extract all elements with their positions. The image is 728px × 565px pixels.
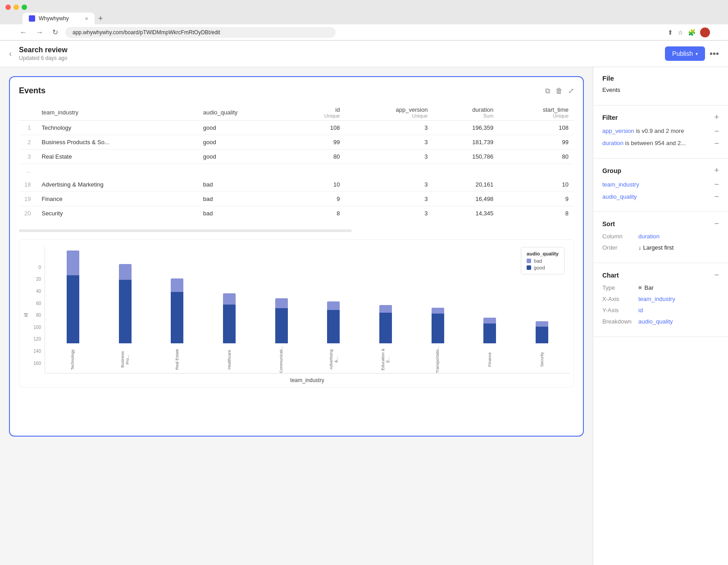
filter-remove-duration[interactable]: − — [714, 139, 719, 148]
tab-bar: Whywhywhy ✕ + — [0, 13, 728, 24]
cell-duration: 196,359 — [433, 121, 499, 135]
bar-good — [67, 275, 79, 343]
bar-stack — [275, 298, 288, 343]
sort-column-label: Column — [602, 233, 638, 240]
bar-x-label: Business Pro... — [120, 346, 130, 373]
app-header: ‹ Search review Updated 6 days ago Publi… — [0, 41, 728, 67]
panel-section-file: File Events — [593, 67, 728, 105]
cell-team-industry: Technology — [36, 121, 197, 135]
bar-good — [327, 310, 340, 343]
refresh-button[interactable]: ↻ — [50, 26, 60, 38]
extension-button[interactable]: 🧩 — [688, 29, 696, 36]
chart-type-value[interactable]: Bar — [645, 284, 654, 291]
maximize-btn[interactable] — [22, 5, 27, 10]
chart-breakdown-row: Breakdown audio_quality — [602, 318, 719, 325]
panel-section-filter: Filter + app_version is v0.9 and 2 more … — [593, 105, 728, 159]
filter-app-version-text: app_version is v0.9 and 2 more — [602, 127, 714, 135]
cell-audio-quality: good — [198, 135, 291, 150]
address-bar: ← → ↻ ⬆ ☆ 🧩 — [0, 24, 728, 40]
cell-audio-quality: good — [198, 150, 291, 164]
bar-x-label: Education & E... — [381, 346, 391, 373]
bar-group: Business Pro... — [101, 264, 150, 373]
bar-good — [432, 314, 444, 343]
page-title: Search review — [19, 46, 658, 54]
bar-stack — [119, 264, 132, 343]
duplicate-button[interactable]: ⧉ — [545, 87, 550, 95]
bar-bad — [536, 321, 548, 327]
bar-good — [483, 324, 496, 343]
table-row: 2 Business Products & So... good 99 3 18… — [19, 135, 574, 150]
y-axis-tick: 100 — [33, 325, 41, 330]
cell-num: 18 — [19, 178, 36, 192]
back-button[interactable]: ← — [18, 27, 29, 38]
col-header-num — [19, 103, 36, 121]
filter-remove-app-version[interactable]: − — [714, 127, 719, 136]
browser-chrome: Whywhywhy ✕ + ← → ↻ ⬆ ☆ 🧩 — [0, 0, 728, 41]
sort-order-row: Order ↓ Largest first — [602, 244, 719, 251]
sort-remove-button[interactable]: − — [714, 219, 719, 228]
panel-section-sort-header: Sort − — [602, 219, 719, 228]
chart-type-row: Type ≡ Bar — [602, 284, 719, 291]
group-remove-team-industry[interactable]: − — [714, 180, 719, 189]
more-options-button[interactable]: ••• — [710, 49, 719, 59]
sort-column-value[interactable]: duration — [638, 233, 660, 240]
chart-yaxis-value[interactable]: id — [638, 307, 643, 314]
chart-breakdown-value[interactable]: audio_quality — [638, 318, 673, 325]
new-tab-button[interactable]: + — [95, 14, 107, 23]
bar-good — [171, 292, 183, 343]
minimize-btn[interactable] — [14, 5, 19, 10]
table-row: 3 Real Estate good 80 3 150,786 80 — [19, 150, 574, 164]
bar-bad — [275, 298, 288, 308]
active-tab[interactable]: Whywhywhy ✕ — [23, 13, 95, 24]
cell-app-version: 3 — [345, 135, 433, 150]
tab-close-btn[interactable]: ✕ — [85, 16, 88, 21]
table-scrollbar[interactable] — [19, 229, 352, 232]
chart-xaxis-label: X-Axis — [602, 296, 638, 302]
bar-stack — [223, 293, 236, 343]
cell-id: 9 — [291, 192, 346, 206]
cell-duration: 181,739 — [433, 135, 499, 150]
bookmark-button[interactable]: ☆ — [678, 29, 683, 36]
chart-container: audio_quality bad good id 1 — [19, 239, 574, 387]
delete-button[interactable]: 🗑 — [555, 87, 563, 95]
url-input[interactable] — [65, 27, 336, 38]
share-button[interactable]: ⬆ — [668, 29, 673, 36]
chart-bars-area: TechnologyBusiness Pro...Real EstateHeal… — [45, 247, 570, 374]
forward-button[interactable]: → — [34, 27, 45, 38]
sort-order-arrow-icon: ↓ — [638, 244, 642, 251]
chart-yaxis-label: Y-Axis — [602, 307, 638, 314]
bar-stack — [171, 278, 183, 343]
cell-audio-quality: bad — [198, 206, 291, 221]
close-btn[interactable] — [5, 5, 11, 10]
chart-remove-button[interactable]: − — [714, 270, 719, 280]
group-remove-audio-quality[interactable]: − — [714, 192, 719, 201]
back-button[interactable]: ‹ — [9, 49, 12, 59]
expand-button[interactable]: ⤢ — [568, 87, 574, 95]
chart-yaxis-row: Y-Axis id — [602, 307, 719, 314]
sort-order-value[interactable]: Largest first — [643, 244, 674, 251]
bar-x-label: Real Estate — [175, 346, 180, 373]
cell-num: 19 — [19, 192, 36, 206]
table-row: 18 Advertising & Marketing bad 10 3 20,1… — [19, 178, 574, 192]
panel-chart-title: Chart — [602, 272, 619, 279]
panel-file-title: File — [602, 74, 614, 82]
cell-team-industry: Advertising & Marketing — [36, 178, 197, 192]
bar-group: Transportatio... — [414, 308, 462, 374]
chart-xaxis-value[interactable]: team_industry — [638, 296, 675, 302]
y-axis-tick: 60 — [36, 301, 41, 306]
bar-stack — [483, 318, 496, 344]
publish-button[interactable]: Publish ▾ — [665, 46, 705, 61]
y-axis-tick: 140 — [33, 349, 41, 354]
cell-team-industry: Security — [36, 206, 197, 221]
filter-add-button[interactable]: + — [714, 113, 719, 122]
cell-id: 108 — [291, 121, 346, 135]
col-header-team-industry: team_industry — [36, 103, 197, 121]
bar-bad — [379, 305, 392, 313]
table-row: 20 Security bad 8 3 14,345 8 — [19, 206, 574, 221]
page-subtitle: Updated 6 days ago — [19, 55, 658, 61]
bar-group: Healthcare — [205, 293, 254, 373]
panel-filter-title: Filter — [602, 114, 618, 121]
filter-item-app-version: app_version is v0.9 and 2 more − — [602, 127, 719, 136]
group-add-button[interactable]: + — [714, 166, 719, 175]
bar-stack — [536, 321, 548, 344]
